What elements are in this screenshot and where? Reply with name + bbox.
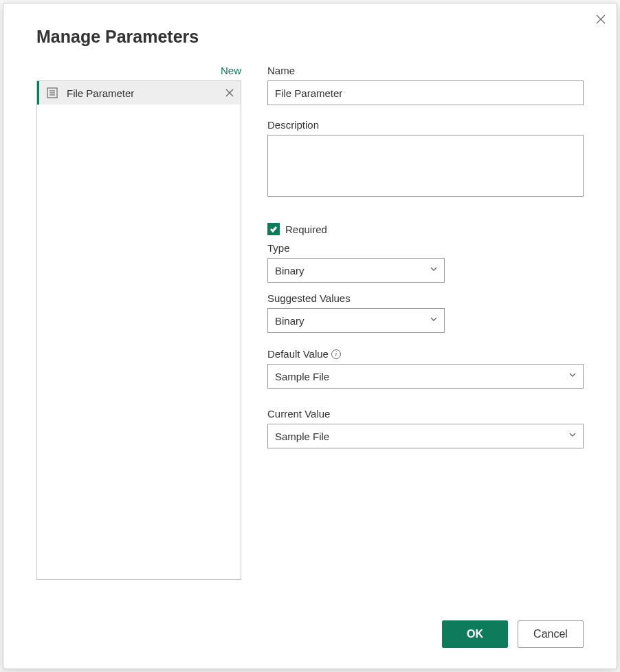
- cancel-button[interactable]: Cancel: [518, 620, 584, 648]
- name-field-block: Name: [267, 65, 584, 105]
- chevron-down-icon: [430, 317, 437, 324]
- name-label: Name: [267, 65, 584, 76]
- parameter-form: Name Description Required Type Binary: [267, 65, 584, 580]
- default-value-field-block: Default Value i Sample File: [267, 348, 584, 389]
- type-label: Type: [267, 242, 584, 254]
- parameter-item-label: File Parameter: [67, 87, 224, 99]
- current-value-field-block: Current Value Sample File: [267, 408, 584, 448]
- parameter-icon: [46, 87, 58, 99]
- checkmark-icon: [269, 225, 278, 233]
- description-input[interactable]: [267, 135, 584, 197]
- default-value-value: Sample File: [275, 371, 329, 382]
- default-value-select[interactable]: Sample File: [267, 364, 584, 389]
- parameter-list-panel: New File Parameter: [36, 65, 241, 580]
- delete-parameter-button[interactable]: [224, 87, 235, 98]
- suggested-values-label: Suggested Values: [267, 292, 584, 304]
- name-input[interactable]: [267, 80, 584, 105]
- manage-parameters-dialog: Manage Parameters New File Parameter: [3, 3, 617, 669]
- type-field-block: Type Binary: [267, 242, 584, 283]
- ok-button[interactable]: OK: [442, 620, 508, 648]
- type-value: Binary: [275, 265, 305, 277]
- required-checkbox[interactable]: [267, 223, 280, 235]
- suggested-values-value: Binary: [275, 315, 305, 327]
- description-field-block: Description: [267, 119, 584, 199]
- chevron-down-icon: [430, 267, 437, 274]
- delete-icon: [225, 88, 234, 98]
- suggested-values-select[interactable]: Binary: [267, 308, 445, 333]
- suggested-values-field-block: Suggested Values Binary: [267, 292, 584, 333]
- new-parameter-link[interactable]: New: [36, 65, 241, 80]
- close-button[interactable]: [593, 12, 608, 27]
- dialog-footer: OK Cancel: [442, 620, 584, 648]
- dialog-content: New File Parameter Name: [3, 47, 617, 580]
- current-value-value: Sample File: [275, 431, 329, 442]
- current-value-select[interactable]: Sample File: [267, 424, 584, 448]
- parameter-list-item[interactable]: File Parameter: [37, 81, 241, 105]
- required-label: Required: [285, 224, 327, 235]
- default-value-label-row: Default Value i: [267, 348, 584, 360]
- chevron-down-icon: [569, 433, 576, 440]
- chevron-down-icon: [569, 373, 576, 380]
- default-value-label: Default Value: [267, 348, 329, 360]
- description-label: Description: [267, 119, 584, 131]
- current-value-label: Current Value: [267, 408, 584, 420]
- parameter-list: File Parameter: [36, 80, 241, 580]
- dialog-title: Manage Parameters: [3, 3, 617, 47]
- info-icon: i: [331, 349, 341, 359]
- type-select[interactable]: Binary: [267, 258, 445, 283]
- close-icon: [595, 14, 606, 25]
- required-field: Required: [267, 223, 584, 235]
